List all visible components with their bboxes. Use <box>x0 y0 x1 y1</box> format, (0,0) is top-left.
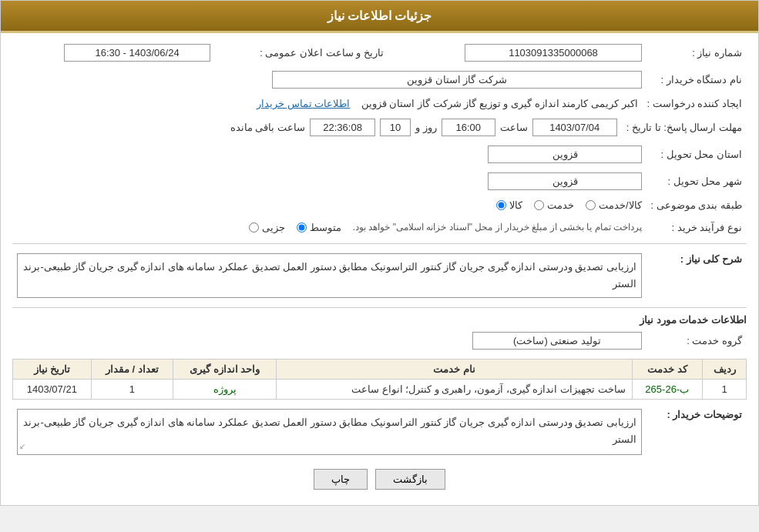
tabaqe-label: طبقه بندی موضوعی : <box>646 196 747 214</box>
services-section-title: اطلاعات خدمات مورد نیاز <box>12 314 747 326</box>
tawzih-label: توضیحات خریدار : <box>646 406 747 458</box>
col-tarikh: تاریخ نیاز <box>13 360 92 380</box>
back-button[interactable]: بازگشت <box>375 469 445 490</box>
shahr-label: شهر محل تحویل : <box>646 169 747 193</box>
radio-motavasset[interactable]: متوسط <box>297 222 341 233</box>
noع-farayand-label: نوع فرآیند خرید : <box>646 217 747 237</box>
tarikh-aalan-label: تاریخ و ساعت اعلان عمومی : <box>215 41 388 65</box>
cell-tedad: 1 <box>91 380 173 400</box>
days-label: روز و <box>415 122 437 133</box>
cell-radif: 1 <box>703 380 747 400</box>
radio-khedmat[interactable]: خدمت <box>534 199 574 211</box>
radio-khedmat-label: خدمت <box>547 199 574 211</box>
radio-jozii-label: جزیی <box>262 222 285 233</box>
ostan-value: قزوین <box>488 146 642 163</box>
header-title: جزئیات اطلاعات نیاز <box>327 9 432 22</box>
grooh-label: گروه خدمت : <box>646 329 747 353</box>
nam-dastgah-value: شرکت گاز استان قزوین <box>272 71 642 89</box>
cell-tarikh: 1403/07/21 <box>13 380 92 400</box>
tawzih-text: ارزیابی تصدیق ودرستی اندازه گیری جریان گ… <box>17 409 642 455</box>
radio-kala-khedmat[interactable]: کالا/خدمت <box>586 199 642 211</box>
radio-jozii[interactable]: جزیی <box>249 222 285 233</box>
buttons-row: بازگشت چاپ <box>12 469 747 490</box>
tarikh-aalan-value: 1403/06/24 - 16:30 <box>64 44 210 62</box>
sharh-label: شرح کلی نیاز : <box>646 250 747 301</box>
mohlat-time: 16:00 <box>442 119 495 136</box>
mohlat-remaining: 22:36:08 <box>310 119 375 136</box>
col-radif: ردیف <box>703 360 747 380</box>
shomara-niaz-label: شماره نیاز : <box>646 41 747 65</box>
col-vahed: واحد اندازه گیری <box>173 360 277 380</box>
mohlat-days: 10 <box>380 119 411 136</box>
col-tedad: تعداد / مقدار <box>91 360 173 380</box>
sharh-text: ارزیابی تصدیق ودرستی اندازه گیری جریان گ… <box>17 253 642 298</box>
radio-kala-khedmat-label: کالا/خدمت <box>599 199 642 211</box>
cell-kod: ب-26-265 <box>632 380 702 400</box>
print-button[interactable]: چاپ <box>314 469 368 490</box>
table-row: 1 ب-26-265 ساخت تجهیزات اندازه گیری، آزم… <box>13 380 747 400</box>
ijad-konande-value: اکبر کریمی کارمند اندازه گیری و توزیع گا… <box>361 98 638 109</box>
grooh-value: تولید صنعتی (ساخت) <box>472 332 642 350</box>
radio-kala[interactable]: کالا <box>496 199 522 211</box>
shahr-value: قزوین <box>488 172 642 190</box>
contact-link[interactable]: اطلاعات تماس خریدار <box>257 98 350 109</box>
radio-kala-label: کالا <box>509 199 522 211</box>
col-kod: کد خدمت <box>632 360 702 380</box>
cell-nam: ساخت تجهیزات اندازه گیری، آزمون، راهبری … <box>277 380 632 400</box>
payment-note: پرداخت تمام یا بخشی از مبلغ خریدار از مح… <box>353 222 642 233</box>
col-nam: نام خدمت <box>277 360 632 380</box>
radio-motavasset-label: متوسط <box>310 222 341 233</box>
shomara-niaz-value: 1103091335000068 <box>465 44 642 62</box>
mohlat-date: 1403/07/04 <box>532 119 617 136</box>
page-header: جزئیات اطلاعات نیاز <box>1 1 758 31</box>
cell-vahed: پروژه <box>173 380 277 400</box>
nam-dastgah-label: نام دستگاه خریدار : <box>646 68 747 92</box>
ijad-konande-label: ایجاد کننده درخواست : <box>643 95 747 112</box>
mohlat-label: مهلت ارسال پاسخ: تا تاریخ : <box>622 115 747 139</box>
remaining-label: ساعت باقی مانده <box>230 122 305 133</box>
ostan-label: استان محل تحویل : <box>646 142 747 166</box>
time-label: ساعت <box>500 122 528 133</box>
